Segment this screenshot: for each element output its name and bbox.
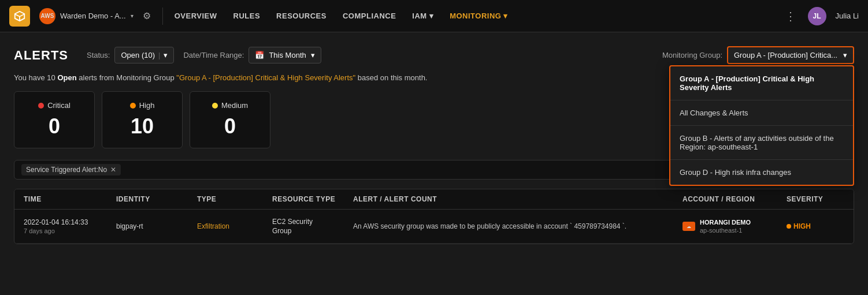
- account-info: HORANGI DEMO ap-southeast-1: [700, 219, 751, 234]
- filter-tag-close-icon[interactable]: ✕: [110, 166, 116, 174]
- monitoring-filter-group: Monitoring Group: Group A - [Production]…: [662, 46, 854, 64]
- datetime-select[interactable]: 📅 This Month ▾: [248, 47, 321, 64]
- nav-more-icon[interactable]: ⋮: [785, 9, 796, 23]
- nav-overview[interactable]: OVERVIEW: [175, 12, 217, 20]
- navbar: AWS Warden Demo - A... ▾ ⚙ OVERVIEW RULE…: [0, 0, 868, 32]
- th-identity: Identity: [116, 195, 197, 203]
- cloud-icon: ☁: [682, 222, 695, 231]
- account-name-label: HORANGI DEMO: [700, 219, 751, 226]
- datetime-filter-group: Date/Time Range: 📅 This Month ▾: [183, 47, 321, 64]
- datetime-label: Date/Time Range:: [183, 51, 244, 59]
- nav-monitoring[interactable]: MONITORING ▾: [450, 12, 508, 20]
- th-time: Time: [24, 195, 116, 203]
- status-chevron-icon: ▾: [164, 51, 168, 59]
- nav-divider: [162, 8, 163, 25]
- status-select[interactable]: Open (10) | ▾: [114, 47, 174, 64]
- nav-rules[interactable]: RULES: [233, 12, 261, 20]
- account-selector[interactable]: AWS Warden Demo - A... ▾: [39, 8, 133, 24]
- dropdown-item-group-b-label: Group B - Alerts of any activities outsi…: [680, 134, 834, 151]
- dropdown-item-all-changes-label: All Changes & Alerts: [680, 109, 748, 117]
- severity-card-high: High 10: [102, 91, 183, 148]
- user-name: Julia Li: [836, 12, 859, 20]
- td-resource-group: EC2 Security Group: [272, 218, 353, 235]
- high-label: High: [130, 101, 155, 110]
- monitoring-chevron-icon: ▾: [843, 51, 847, 59]
- summary-group-link: "Group A - [Production] Critical & High …: [176, 73, 355, 82]
- nav-compliance[interactable]: COMPLIANCE: [343, 12, 396, 20]
- summary-open: Open: [57, 73, 76, 82]
- critical-count: 0: [49, 114, 60, 139]
- td-resource-line1: EC2 Security: [272, 218, 353, 226]
- td-time-ago: 7 days ago: [24, 227, 116, 234]
- td-severity: HIGH: [787, 222, 844, 230]
- high-dot-icon: [130, 103, 136, 109]
- table-header: Time Identity Type Resource Type Alert /…: [14, 189, 854, 210]
- severity-card-medium: Medium 0: [190, 91, 270, 148]
- monitoring-dropdown: Group A - [Production] Critical & High S…: [669, 65, 854, 186]
- critical-dot-icon: [38, 103, 44, 109]
- th-type: Type: [197, 195, 272, 203]
- account-region-label: ap-southeast-1: [700, 227, 751, 234]
- alerts-title: ALERTS: [14, 48, 68, 63]
- summary-end: based on this month.: [355, 73, 427, 82]
- main-content: ALERTS Status: Open (10) | ▾ Date/Time R…: [0, 32, 868, 244]
- th-account: Account / Region: [682, 195, 787, 203]
- dropdown-item-group-b[interactable]: Group B - Alerts of any activities outsi…: [670, 126, 853, 160]
- td-time-value: 2022-01-04 16:14:33: [24, 218, 116, 226]
- td-time: 2022-01-04 16:14:33 7 days ago: [24, 218, 116, 234]
- severity-dot-icon: [787, 224, 791, 229]
- account-name: Warden Demo - A...: [60, 12, 126, 20]
- account-avatar-text: AWS: [41, 13, 54, 19]
- th-alert: Alert / Alert Count: [353, 195, 682, 203]
- medium-dot-icon: [212, 103, 218, 109]
- table-row[interactable]: 2022-01-04 16:14:33 7 days ago bigpay-rt…: [14, 210, 854, 244]
- monitoring-label: Monitoring Group:: [662, 51, 722, 59]
- dropdown-item-group-d[interactable]: Group D - High risk infra changes: [670, 160, 853, 185]
- dropdown-item-group-a-label: Group A - [Production] Critical & High S…: [680, 74, 814, 92]
- logo-icon: [13, 10, 26, 23]
- app-logo: [9, 6, 30, 27]
- account-chevron-icon: ▾: [131, 13, 133, 19]
- calendar-icon: 📅: [255, 51, 264, 59]
- account-avatar: AWS: [39, 8, 55, 24]
- alerts-header: ALERTS Status: Open (10) | ▾ Date/Time R…: [14, 46, 854, 64]
- settings-icon[interactable]: ⚙: [143, 10, 151, 21]
- th-resource-type: Resource Type: [272, 195, 353, 203]
- status-filter-group: Status: Open (10) | ▾: [87, 47, 174, 64]
- monitoring-select-wrapper: Group A - [Production] Critica... ▾ Grou…: [727, 46, 854, 64]
- td-time-group: 2022-01-04 16:14:33 7 days ago: [24, 218, 116, 234]
- status-value: Open (10): [121, 51, 155, 59]
- td-identity: bigpay-rt: [116, 222, 197, 230]
- medium-label-text: Medium: [221, 101, 248, 110]
- medium-label: Medium: [212, 101, 248, 110]
- severity-high-badge: HIGH: [787, 222, 844, 230]
- severity-card-critical: Critical 0: [14, 91, 95, 148]
- summary-after: alerts from Monitoring Group: [77, 73, 177, 82]
- critical-label-text: Critical: [47, 101, 71, 110]
- status-label: Status:: [87, 51, 110, 59]
- summary-before: You have 10: [14, 73, 57, 82]
- nav-iam[interactable]: IAM ▾: [412, 12, 433, 20]
- status-divider: |: [158, 51, 160, 59]
- td-resource-type: EC2 Security Group: [272, 218, 353, 235]
- critical-label: Critical: [38, 101, 71, 110]
- nav-resources[interactable]: RESOURCES: [276, 12, 327, 20]
- monitoring-select-button[interactable]: Group A - [Production] Critica... ▾: [727, 46, 854, 64]
- th-severity: Severity: [787, 195, 844, 203]
- nav-links: OVERVIEW RULES RESOURCES COMPLIANCE IAM …: [175, 12, 508, 20]
- td-account: ☁ HORANGI DEMO ap-southeast-1: [682, 219, 787, 234]
- high-count: 10: [131, 114, 154, 139]
- user-avatar: JL: [808, 7, 826, 25]
- monitoring-selected-value: Group A - [Production] Critica...: [734, 51, 837, 59]
- filter-tag-service-triggered: Service Triggered Alert:No ✕: [21, 164, 121, 175]
- datetime-chevron-icon: ▾: [311, 51, 315, 59]
- severity-value: HIGH: [793, 222, 811, 230]
- dropdown-item-group-d-label: Group D - High risk infra changes: [680, 168, 791, 177]
- td-account-group: ☁ HORANGI DEMO ap-southeast-1: [682, 219, 787, 234]
- datetime-value: This Month: [269, 51, 306, 59]
- dropdown-item-group-a[interactable]: Group A - [Production] Critical & High S…: [670, 66, 853, 100]
- medium-count: 0: [224, 114, 236, 139]
- dropdown-item-all-changes[interactable]: All Changes & Alerts: [670, 100, 853, 126]
- td-resource-line2: Group: [272, 227, 353, 235]
- filter-tag-label: Service Triggered Alert:No: [26, 166, 107, 174]
